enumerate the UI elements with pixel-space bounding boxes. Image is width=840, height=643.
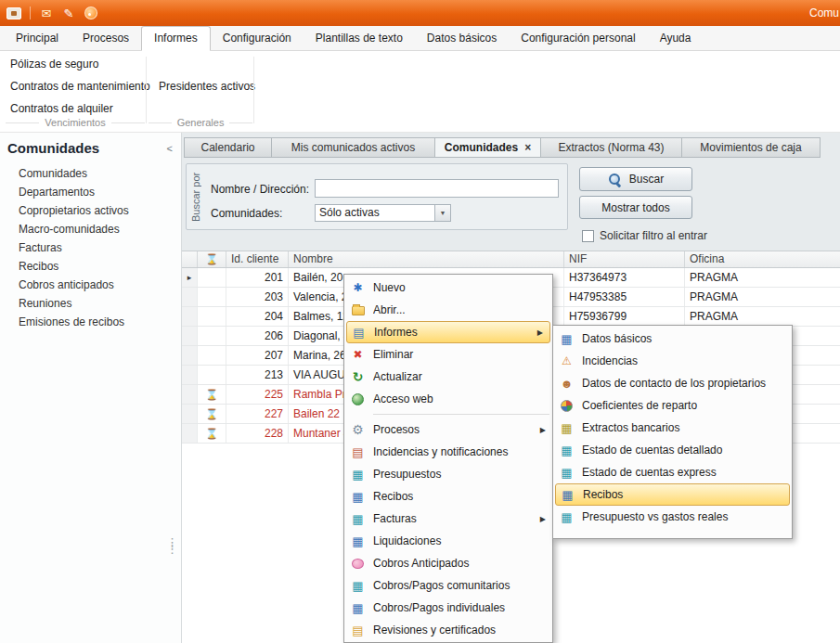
- globe-icon: [352, 393, 364, 405]
- tab-label: Extractos (Norma 43): [558, 141, 664, 154]
- menu-item-recibos[interactable]: Recibos: [344, 485, 552, 508]
- dropdown-selected-value: Sólo activas: [316, 205, 434, 221]
- titlebar: Comu: [0, 0, 840, 26]
- submenu-item-coeficientes-de-reparto[interactable]: Coeficientes de reparto: [553, 394, 792, 417]
- menu-tab-ayuda[interactable]: Ayuda: [648, 27, 704, 50]
- filter-on-entry-checkbox[interactable]: [582, 230, 594, 242]
- chevron-down-icon[interactable]: ▼: [434, 205, 450, 221]
- submenu-item-estado-de-cuentas-express[interactable]: Estado de cuentas express: [553, 461, 792, 483]
- splitter-handle[interactable]: ⋮⋮: [166, 539, 178, 552]
- sidebar-item-macro-comunidades[interactable]: Macro-comunidades: [0, 220, 180, 238]
- edit-document-icon[interactable]: [60, 6, 77, 20]
- menu-item-label: Actualizar: [373, 370, 546, 383]
- cell-oficina: PRAGMA: [685, 268, 840, 287]
- submenu-item-incidencias[interactable]: Incidencias: [553, 350, 792, 372]
- rss-icon[interactable]: [84, 6, 97, 19]
- menu-item-label: Incidencias: [582, 354, 785, 367]
- header-id-cliente[interactable]: Id. cliente: [226, 251, 289, 267]
- menu-item-cobros-pagos-comunitarios[interactable]: Cobros/Pagos comunitarios: [344, 574, 552, 597]
- menu-tab-configuracion-personal[interactable]: Configuración personal: [509, 27, 647, 50]
- cell-id-cliente: 228: [226, 424, 289, 443]
- menu-tab-informes[interactable]: Informes: [141, 26, 211, 51]
- menu-item-nuevo[interactable]: Nuevo: [344, 276, 552, 299]
- ribbon-item-contratos-de-mantenimiento[interactable]: Contratos de mantenimiento: [6, 75, 145, 97]
- menu-item-eliminar[interactable]: Eliminar: [344, 343, 552, 366]
- row-selector-cell: [182, 424, 198, 443]
- tab-calendario[interactable]: Calendario: [184, 137, 271, 158]
- menu-item-label: Procesos: [373, 423, 533, 436]
- refresh-icon: [353, 369, 364, 384]
- header-nif[interactable]: NIF: [564, 251, 685, 267]
- ribbon-group-generales: Presidentes activos Generales: [149, 53, 252, 131]
- spreadsheet-icon: [561, 444, 572, 457]
- sidebar-item-comunidades[interactable]: Comunidades: [0, 164, 180, 183]
- menu-item-cobros-pagos-individuales[interactable]: Cobros/Pagos individuales: [344, 597, 552, 619]
- menu-item-procesos[interactable]: Procesos ▶: [344, 418, 552, 441]
- menu-tab-procesos[interactable]: Procesos: [71, 27, 141, 50]
- submenu-item-extractos-bancarios[interactable]: Extractos bancarios: [553, 417, 792, 439]
- submenu-item-datos-basicos[interactable]: Datos básicos: [553, 328, 792, 350]
- screenshot-icon[interactable]: [6, 7, 21, 19]
- spreadsheet-icon: [352, 512, 363, 526]
- menu-item-liquidaciones[interactable]: Liquidaciones: [344, 530, 552, 552]
- cell-nif: H37364973: [564, 268, 685, 287]
- menu-item-incidencias-notificaciones[interactable]: Incidencias y notificaciones: [344, 441, 552, 463]
- tab-comunidades[interactable]: Comunidades×: [434, 137, 540, 158]
- mail-icon[interactable]: [38, 6, 55, 20]
- sidebar-item-cobros-anticipados[interactable]: Cobros anticipados: [0, 276, 180, 294]
- tab-extractos-norma-43[interactable]: Extractos (Norma 43): [540, 137, 681, 158]
- menu-tab-configuracion[interactable]: Configuración: [211, 27, 304, 50]
- header-nombre[interactable]: Nombre: [289, 251, 564, 267]
- menu-tab-plantillas-de-texto[interactable]: Plantillas de texto: [304, 27, 415, 50]
- current-row-marker: ▸: [187, 273, 192, 282]
- menu-item-presupuestos[interactable]: Presupuestos: [344, 463, 552, 485]
- submenu-item-datos-de-contacto[interactable]: Datos de contacto de los propietarios: [553, 372, 792, 394]
- ribbon-group-label: Generales: [149, 117, 252, 128]
- tab-movimientos-de-caja[interactable]: Movimientos de caja: [681, 137, 821, 158]
- menu-item-label: Eliminar: [373, 348, 546, 361]
- submenu-item-presupuesto-vs-gastos-reales[interactable]: Presupuesto vs gastos reales: [553, 506, 792, 528]
- menu-item-label: Recibos: [373, 490, 546, 503]
- cell-nif: H75936799: [564, 307, 685, 326]
- tab-mis-comunicados-activos[interactable]: Mis comunicados activos: [271, 137, 434, 158]
- menu-item-facturas[interactable]: Facturas ▶: [344, 508, 552, 530]
- sidebar-item-recibos[interactable]: Recibos: [0, 257, 180, 276]
- submenu-item-estado-de-cuentas-detallado[interactable]: Estado de cuentas detallado: [553, 439, 792, 461]
- application-window: Comu Principal Procesos Informes Configu…: [0, 0, 840, 643]
- collapse-sidebar-icon[interactable]: <: [167, 143, 173, 154]
- submenu-arrow-icon: ▶: [540, 426, 546, 434]
- menu-tab-datos-basicos[interactable]: Datos básicos: [415, 27, 509, 50]
- header-icon-cell[interactable]: [198, 251, 226, 267]
- search-button[interactable]: Buscar: [579, 167, 692, 191]
- menu-item-revisiones-certificados[interactable]: Revisiones y certificados: [344, 619, 552, 641]
- filter-on-entry-row: Solicitar filtro al entrar: [582, 229, 707, 242]
- menu-item-cobros-anticipados[interactable]: Cobros Anticipados: [344, 552, 552, 574]
- sidebar-item-emisiones-de-recibos[interactable]: Emisiones de recibos: [0, 313, 180, 331]
- piggy-bank-icon: [352, 559, 364, 569]
- name-address-input[interactable]: [315, 179, 559, 198]
- communities-dropdown[interactable]: Sólo activas ▼: [315, 204, 451, 222]
- ribbon: Pólizas de seguro Contratos de mantenimi…: [0, 51, 840, 133]
- sidebar-item-copropietarios-activos[interactable]: Copropietarios activos: [0, 201, 180, 220]
- close-tab-icon[interactable]: ×: [524, 141, 531, 154]
- sidebar-item-reuniones[interactable]: Reuniones: [0, 294, 180, 313]
- cell-id-cliente: 213: [226, 366, 289, 384]
- submenu-item-recibos[interactable]: Recibos: [555, 483, 790, 506]
- menu-tab-principal[interactable]: Principal: [4, 27, 71, 50]
- show-all-button[interactable]: Mostrar todos: [579, 196, 692, 219]
- menu-item-abrir[interactable]: Abrir...: [344, 299, 552, 321]
- bank-statement-icon: [561, 421, 572, 435]
- menu-item-informes[interactable]: Informes ▶: [346, 321, 550, 343]
- ribbon-item-polizas-de-seguro[interactable]: Pólizas de seguro: [6, 53, 145, 75]
- table-header: Id. cliente Nombre NIF Oficina: [182, 251, 840, 268]
- menu-item-actualizar[interactable]: Actualizar: [344, 366, 552, 388]
- menu-item-label: Estado de cuentas express: [582, 466, 785, 479]
- header-oficina[interactable]: Oficina: [685, 251, 840, 267]
- sidebar-item-departamentos[interactable]: Departamentos: [0, 183, 180, 201]
- communities-label: Comunidades:: [211, 207, 282, 220]
- ribbon-item-presidentes-activos[interactable]: Presidentes activos: [149, 75, 252, 97]
- menu-item-acceso-web[interactable]: Acceso web: [344, 388, 552, 410]
- report-icon: [353, 326, 364, 340]
- sidebar-item-facturas[interactable]: Facturas: [0, 238, 180, 257]
- search-icon: [608, 173, 622, 186]
